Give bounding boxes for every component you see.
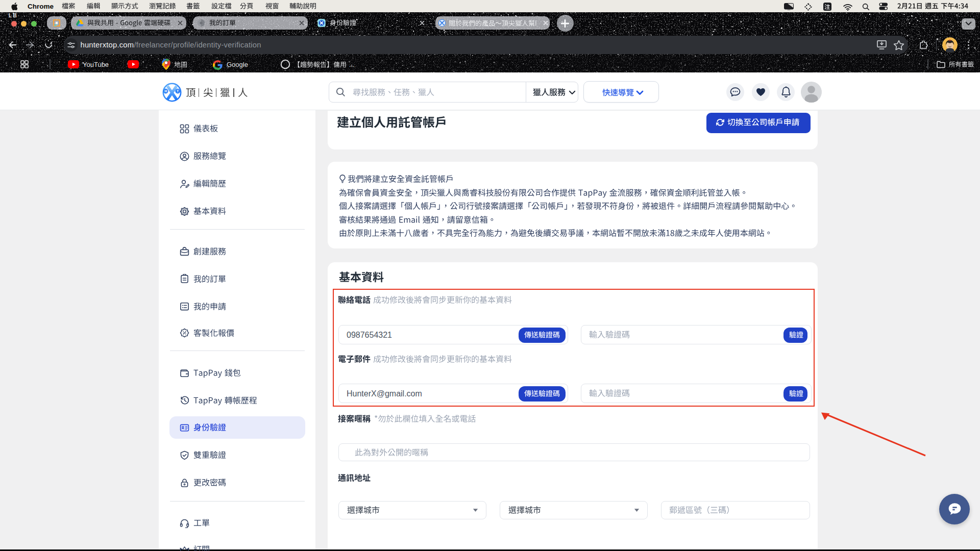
svg-text:H: H xyxy=(164,89,167,93)
svg-text:T: T xyxy=(177,89,179,93)
